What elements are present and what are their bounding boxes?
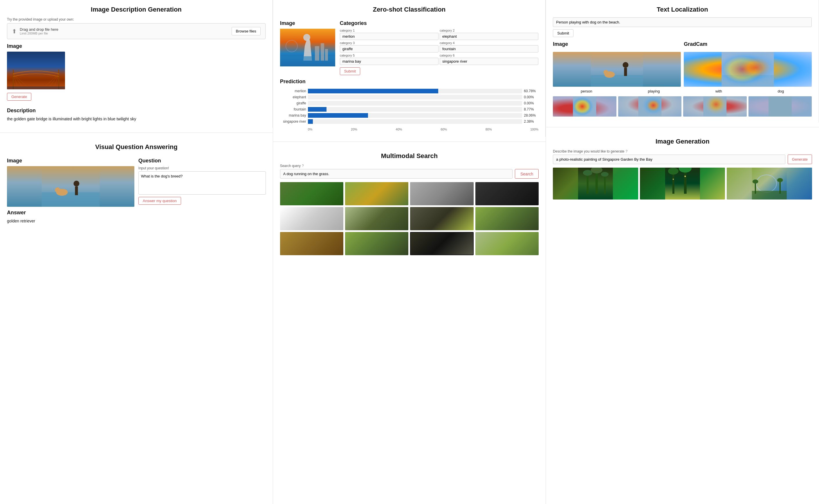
svg-point-57	[753, 180, 758, 184]
tl-dog-image	[553, 52, 681, 87]
svg-rect-58	[780, 181, 781, 194]
svg-rect-12	[75, 186, 78, 195]
bar-label: marina bay	[280, 113, 306, 117]
search-result-11[interactable]	[410, 232, 473, 255]
browse-files-button[interactable]: Browse files	[232, 27, 261, 35]
bar-track	[308, 89, 522, 93]
answer-text: golden retriever	[7, 218, 266, 224]
word-playing: playing	[648, 89, 660, 93]
bar-label: singapore river	[280, 119, 306, 124]
zsc-merlion-image	[280, 29, 335, 66]
zero-shot-title: Zero-shot Classification	[280, 6, 539, 13]
text-localization-title: Text Localization	[553, 6, 812, 13]
ig-prompt-label: Describe the image you would like to gen…	[553, 149, 812, 153]
svg-rect-8	[7, 86, 65, 89]
cat-label-1: category 1	[340, 29, 438, 32]
bar-fill	[308, 107, 327, 112]
search-input[interactable]	[280, 169, 512, 179]
upload-area[interactable]: ⬆ Drag and drop file here Limit 200MB pe…	[7, 23, 266, 39]
vqa-title: Visual Question Answering	[7, 143, 266, 151]
search-result-8[interactable]	[475, 207, 539, 230]
search-result-7[interactable]	[410, 207, 473, 230]
bar-label: merlion	[280, 89, 306, 93]
bar-track	[308, 119, 522, 124]
search-result-10[interactable]	[345, 232, 408, 255]
search-result-5[interactable]	[280, 207, 343, 230]
search-result-4[interactable]	[475, 182, 539, 205]
search-button[interactable]: Search	[515, 169, 539, 179]
svg-rect-0	[13, 70, 14, 89]
generate-button[interactable]: Generate	[7, 93, 31, 101]
bar-track	[308, 113, 522, 118]
word-dog: dog	[778, 89, 784, 93]
zsc-image-label: Image	[280, 20, 335, 26]
bar-row-fountain: fountain8.77%	[280, 107, 539, 112]
search-result-6[interactable]	[345, 207, 408, 230]
search-result-1[interactable]	[280, 182, 343, 205]
zsc-submit-button[interactable]: Submit	[340, 67, 360, 75]
cat-input-3[interactable]	[340, 45, 438, 52]
cat-input-2[interactable]	[440, 33, 538, 40]
ig-result-2[interactable]	[640, 168, 725, 200]
svg-rect-47	[673, 172, 675, 194]
bar-pct: 60.78%	[524, 89, 538, 93]
cat-input-5[interactable]	[340, 58, 438, 65]
ig-generate-button[interactable]: Generate	[788, 155, 812, 164]
ig-result-3[interactable]	[727, 168, 812, 200]
bar-label: giraffe	[280, 101, 306, 105]
svg-rect-44	[604, 175, 606, 194]
help-icon[interactable]: ?	[302, 164, 304, 168]
image-description-title: Image Description Generation	[7, 6, 266, 13]
cat-input-1[interactable]	[340, 33, 438, 40]
svg-point-27	[603, 70, 608, 75]
svg-point-24	[623, 62, 629, 68]
cat-input-4[interactable]	[440, 45, 538, 52]
svg-rect-56	[755, 182, 756, 194]
golden-gate-image	[7, 52, 65, 89]
svg-rect-31	[722, 52, 774, 87]
search-result-2[interactable]	[345, 182, 408, 205]
tl-submit-button[interactable]: Submit	[553, 29, 573, 37]
bar-track	[308, 95, 522, 99]
description-text: the golden gate bridge is illuminated wi…	[7, 116, 266, 122]
svg-rect-37	[703, 96, 726, 117]
bar-fill	[308, 113, 368, 118]
svg-rect-18	[315, 46, 319, 61]
tl-query-input[interactable]	[553, 17, 812, 27]
bar-pct: 28.06%	[524, 113, 538, 117]
cat-label-3: category 3	[340, 41, 438, 45]
tl-gradcam-image	[684, 52, 812, 87]
cat-input-6[interactable]	[440, 58, 538, 65]
image-sub-label: Image	[7, 43, 266, 49]
ig-prompt-input[interactable]	[553, 155, 785, 164]
question-textarea[interactable]	[138, 171, 266, 195]
svg-rect-55	[752, 191, 787, 200]
answer-label: Answer	[7, 210, 266, 216]
bar-row-marina-bay: marina bay28.06%	[280, 113, 539, 118]
answer-my-question-button[interactable]: Answer my question	[138, 197, 181, 205]
axis-labels: 0%20%40%60%80%100%	[280, 128, 539, 131]
ig-result-1[interactable]	[553, 168, 638, 200]
search-result-3[interactable]	[410, 182, 473, 205]
bar-fill	[308, 89, 438, 93]
svg-point-45	[601, 172, 608, 177]
word-thumb-with	[683, 96, 747, 117]
svg-rect-10	[41, 192, 99, 207]
cat-label-4: category 4	[440, 41, 538, 45]
vqa-image-label: Image	[7, 158, 134, 164]
bar-track	[308, 101, 522, 106]
cat-label-2: category 2	[440, 29, 538, 32]
zsc-categories-label: Categories	[340, 20, 539, 26]
input-hint: Input your question!	[138, 166, 266, 170]
word-thumb-playing	[618, 96, 682, 117]
image-generation-title: Image Generation	[553, 138, 812, 145]
svg-point-59	[777, 178, 783, 182]
tl-gradcam-label: GradCam	[684, 41, 812, 47]
svg-point-52	[684, 176, 686, 177]
svg-point-14	[55, 187, 60, 193]
search-result-9[interactable]	[280, 232, 343, 255]
drag-text: Drag and drop file here	[20, 27, 58, 32]
search-result-12[interactable]	[475, 232, 539, 255]
tl-image-label: Image	[553, 41, 681, 47]
ig-help-icon[interactable]: ?	[626, 149, 628, 153]
